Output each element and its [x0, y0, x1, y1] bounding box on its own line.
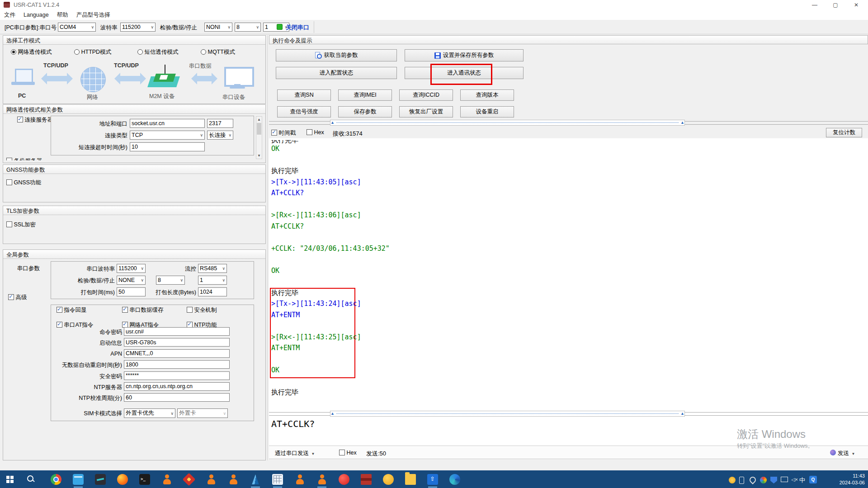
firefox-taskbar-icon[interactable]	[117, 474, 128, 485]
query-button[interactable]: 查询版本	[460, 89, 514, 101]
work-mode-option[interactable]: MQTT模式	[201, 48, 264, 56]
pack-len-input[interactable]	[198, 287, 227, 296]
taskbar-search-icon[interactable]	[27, 475, 33, 482]
send-method-dropdown[interactable]: 通过串口发送 ▼	[275, 450, 315, 457]
action-button[interactable]: 保存参数	[338, 106, 392, 117]
quick-assist-icon[interactable]: Q	[809, 476, 817, 483]
field-input[interactable]	[124, 327, 230, 336]
send-input-text[interactable]: AT+CCLK?	[271, 418, 315, 429]
red-bird-taskbar-icon[interactable]	[339, 474, 349, 485]
pack-time-input[interactable]	[117, 287, 146, 296]
maximize-button[interactable]: ▢	[825, 0, 846, 10]
conn-mode-select[interactable]: 长连接∨	[207, 131, 233, 140]
log-top-slider[interactable]: ▲ ▲	[330, 120, 685, 126]
start-button[interactable]	[6, 476, 9, 479]
gnss-checkbox[interactable]: GNSS功能	[6, 179, 41, 187]
menu-item[interactable]: 帮助	[53, 10, 72, 20]
g-stopbits-select[interactable]: 1∨	[198, 276, 227, 285]
slider-left-marker[interactable]: ▲	[330, 412, 335, 416]
send-button[interactable]: 发送 ▼	[838, 450, 855, 457]
sim-card-select[interactable]: 外置卡∨	[177, 408, 228, 418]
log-area[interactable]: 执行完毕OK执行完毕>[Tx->][11:43:05][asc]AT+CCLK?…	[269, 138, 868, 414]
chrome-taskbar-icon[interactable]	[51, 474, 61, 485]
minimize-button[interactable]: —	[804, 0, 825, 10]
g-parity-select[interactable]: NONE∨	[117, 276, 146, 285]
person-taskbar-icon[interactable]	[206, 474, 217, 485]
timestamp-checkbox[interactable]: 时间戳	[271, 129, 296, 137]
folder-taskbar-icon[interactable]	[405, 474, 416, 485]
menu-item[interactable]: 文件	[0, 10, 19, 20]
g-baud-select[interactable]: 115200∨	[117, 264, 146, 273]
hex-checkbox[interactable]: Hex	[307, 129, 324, 136]
log-bottom-slider[interactable]: ▲ ▲	[330, 411, 685, 417]
net-params-scrollbar[interactable]: ▲ ▼	[256, 116, 262, 159]
person-taskbar-icon[interactable]	[161, 474, 172, 485]
slider-right-marker[interactable]: ▲	[680, 121, 684, 125]
enter-config-button[interactable]: 进入配置状态	[276, 67, 397, 79]
taskbar-clock[interactable]: 11:43 2024-03-06	[821, 473, 865, 486]
send-hex-checkbox[interactable]: Hex	[339, 450, 357, 456]
person-taskbar-icon[interactable]	[316, 474, 327, 485]
short-timeout-input[interactable]	[130, 142, 205, 151]
edge-taskbar-icon[interactable]	[449, 474, 460, 485]
databits-select[interactable]: 8∨	[235, 23, 261, 32]
crate-taskbar-icon[interactable]	[361, 474, 372, 485]
close-port-button[interactable]: 关闭串口	[286, 23, 309, 32]
action-button[interactable]: 设备重启	[460, 106, 514, 117]
close-button[interactable]: ✕	[846, 0, 867, 10]
advanced-option-checkbox[interactable]: 指令回显	[57, 306, 122, 316]
addr-input[interactable]	[130, 119, 205, 128]
advanced-option-checkbox[interactable]: 串口数据缓存	[122, 306, 187, 316]
monitor-tray-icon[interactable]	[781, 477, 788, 482]
query-button[interactable]: 查询IMEI	[338, 89, 392, 101]
work-mode-option[interactable]: HTTPD模式	[74, 48, 137, 56]
calculator-taskbar-icon[interactable]	[272, 474, 283, 485]
port-input[interactable]	[207, 119, 233, 128]
field-input[interactable]	[124, 360, 230, 369]
uploader-blue-taskbar-icon[interactable]	[427, 474, 438, 485]
ime-indicator[interactable]: 中	[799, 476, 805, 484]
action-button[interactable]: 恢复出厂设置	[399, 106, 453, 117]
query-button[interactable]: 查询SN	[277, 89, 331, 101]
work-mode-option[interactable]: 网络透传模式	[11, 48, 74, 56]
scroll-up-icon[interactable]: ▲	[256, 117, 262, 122]
baud-select[interactable]: 115200∨	[120, 23, 156, 32]
advanced-checkbox[interactable]: 高级	[8, 294, 27, 301]
parity-select[interactable]: NONI∨	[204, 23, 232, 32]
media-dark-taskbar-icon[interactable]	[95, 474, 106, 485]
slider-right-marker[interactable]: ▲	[680, 412, 684, 416]
terminal-taskbar-icon[interactable]	[139, 474, 150, 485]
phone-tray-icon[interactable]	[739, 477, 744, 484]
ie-window-taskbar-icon[interactable]	[73, 474, 84, 485]
field-input[interactable]	[124, 393, 230, 402]
menu-item[interactable]: 产品型号选择	[72, 10, 114, 20]
g-databits-select[interactable]: 8∨	[156, 276, 185, 285]
lion-tray-icon[interactable]	[729, 477, 736, 483]
work-mode-option[interactable]: 短信透传模式	[137, 48, 201, 56]
backup-server-checkbox[interactable]: 备份服务器	[6, 158, 42, 160]
ssl-checkbox[interactable]: SSL加密	[6, 221, 36, 229]
menu-item[interactable]: Language	[19, 10, 53, 19]
conn-type-select[interactable]: TCP∨	[130, 131, 205, 140]
sail-blue-taskbar-icon[interactable]	[250, 474, 261, 485]
action-button[interactable]: 查信号强度	[277, 106, 331, 117]
reset-count-button[interactable]: 复位计数	[826, 128, 862, 137]
serial-port-select[interactable]: COM4∨	[58, 23, 96, 32]
field-input[interactable]	[124, 349, 230, 358]
scroll-down-icon[interactable]: ▼	[256, 154, 262, 158]
field-input[interactable]	[124, 382, 230, 391]
mute-tray-icon[interactable]: ◁×	[791, 477, 798, 483]
sim-mode-select[interactable]: 外置卡优先∨	[124, 408, 175, 418]
person-taskbar-icon[interactable]	[228, 474, 239, 485]
bird-tray-icon[interactable]	[760, 477, 767, 483]
lion-taskbar-icon[interactable]	[383, 474, 394, 485]
slider-left-marker[interactable]: ▲	[330, 121, 335, 125]
advanced-option-checkbox[interactable]: 安全机制	[187, 306, 250, 316]
flow-select[interactable]: RS485∨	[198, 264, 227, 273]
set-save-params-button[interactable]: 设置并保存所有参数	[405, 49, 524, 61]
query-button[interactable]: 查询ICCID	[399, 89, 453, 101]
field-input[interactable]	[124, 371, 230, 380]
field-input[interactable]	[124, 338, 230, 347]
person-taskbar-icon[interactable]	[294, 474, 305, 485]
get-params-button[interactable]: 获取当前参数	[276, 49, 397, 61]
